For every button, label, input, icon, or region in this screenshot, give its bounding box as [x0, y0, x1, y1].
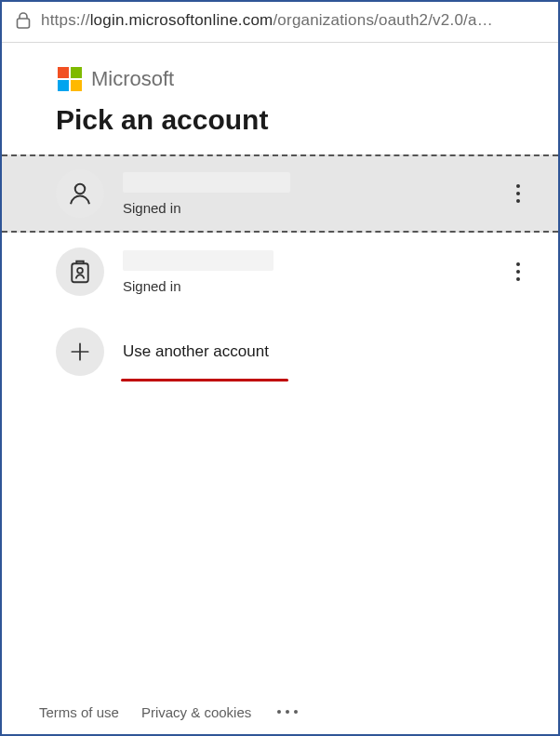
account-menu-button[interactable]: [504, 184, 532, 203]
footer: Terms of use Privacy & cookies: [2, 689, 558, 734]
account-body: Signed in: [104, 250, 504, 294]
use-another-account-label: Use another account: [104, 342, 269, 361]
microsoft-logo-icon: [58, 67, 82, 91]
badge-icon: [56, 248, 104, 296]
brand-name: Microsoft: [91, 67, 174, 91]
svg-rect-0: [18, 19, 30, 28]
account-status: Signed in: [123, 200, 504, 216]
url-text[interactable]: https://login.microsoftonline.com/organi…: [41, 11, 545, 30]
privacy-link[interactable]: Privacy & cookies: [141, 704, 251, 720]
account-menu-button[interactable]: [504, 262, 532, 281]
account-body: Signed in: [104, 172, 504, 216]
address-bar: https://login.microsoftonline.com/organi…: [2, 2, 558, 43]
account-name-redacted: [123, 250, 273, 271]
lock-icon: [15, 11, 32, 30]
use-another-account-button[interactable]: Use another account: [2, 311, 558, 389]
page-title: Pick an account: [2, 93, 558, 154]
url-scheme: https://: [41, 11, 90, 29]
brand-row: Microsoft: [2, 43, 558, 93]
account-row[interactable]: Signed in: [2, 154, 558, 233]
svg-point-3: [77, 268, 83, 274]
svg-point-1: [75, 184, 86, 194]
footer-more-button[interactable]: [273, 710, 298, 714]
account-name-redacted: [123, 172, 290, 193]
account-row[interactable]: Signed in: [2, 233, 558, 311]
account-status: Signed in: [123, 278, 504, 294]
person-icon: [56, 169, 104, 218]
url-path: /organizations/oauth2/v2.0/a…: [273, 11, 492, 29]
account-list: Signed in Signed in Use ano: [2, 154, 558, 389]
url-host: login.microsoftonline.com: [90, 11, 273, 29]
annotation-underline: [121, 379, 288, 381]
plus-icon: [56, 328, 104, 376]
terms-link[interactable]: Terms of use: [39, 704, 119, 720]
